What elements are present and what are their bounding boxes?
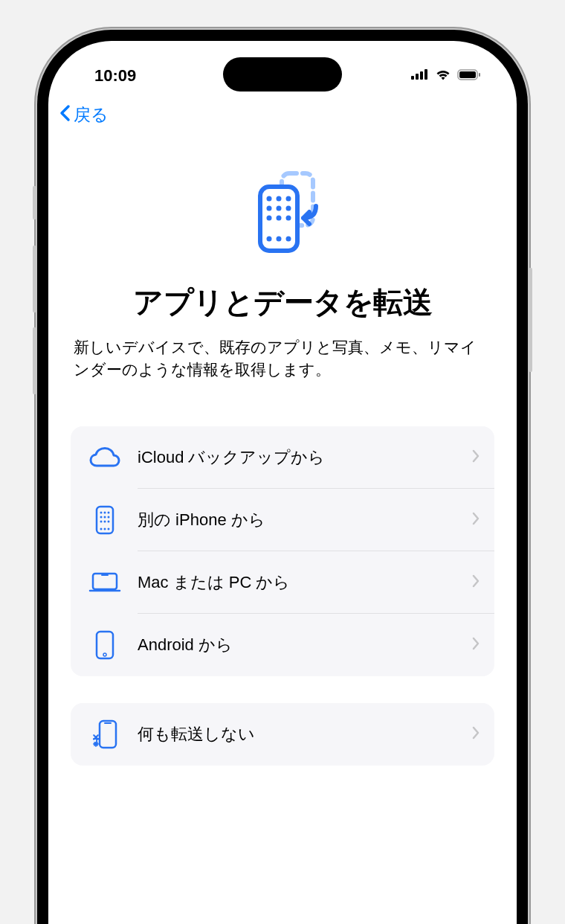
options-group-secondary: 何も転送しない xyxy=(71,703,494,766)
svg-rect-6 xyxy=(479,73,480,77)
option-icloud-backup[interactable]: iCloud バックアップから xyxy=(71,426,494,489)
option-dont-transfer[interactable]: 何も転送しない xyxy=(71,703,494,766)
side-button xyxy=(33,327,36,394)
svg-rect-0 xyxy=(411,76,414,80)
back-button[interactable]: 戻る xyxy=(59,102,109,127)
chevron-right-icon xyxy=(472,510,480,530)
svg-point-22 xyxy=(100,511,103,513)
phone-sparkle-icon xyxy=(87,719,123,749)
svg-point-28 xyxy=(100,520,103,522)
svg-rect-3 xyxy=(424,69,427,80)
svg-rect-35 xyxy=(97,632,113,658)
svg-point-31 xyxy=(100,527,103,530)
svg-point-29 xyxy=(104,520,106,522)
svg-point-18 xyxy=(267,237,272,242)
option-another-iphone[interactable]: 別の iPhone から xyxy=(71,489,494,551)
phone-grid-icon xyxy=(87,505,123,535)
svg-point-33 xyxy=(108,527,110,530)
side-button xyxy=(529,268,532,372)
svg-rect-5 xyxy=(459,71,476,78)
option-label: 別の iPhone から xyxy=(138,509,472,531)
chevron-left-icon xyxy=(59,102,71,127)
svg-point-36 xyxy=(103,653,106,656)
cellular-icon xyxy=(411,69,429,83)
svg-point-10 xyxy=(277,196,282,202)
nav-bar: 戻る xyxy=(48,90,517,133)
svg-rect-2 xyxy=(420,71,423,80)
svg-point-12 xyxy=(267,206,272,211)
page-title: アプリとデータを転送 xyxy=(71,282,494,323)
svg-point-27 xyxy=(108,516,110,518)
chevron-right-icon xyxy=(472,573,480,592)
page-subtitle: 新しいデバイスで、既存のアプリと写真、メモ、リマインダーのような情報を取得します… xyxy=(71,336,494,382)
svg-point-17 xyxy=(286,216,291,221)
svg-point-14 xyxy=(286,206,291,211)
option-label: iCloud バックアップから xyxy=(138,446,472,469)
svg-point-24 xyxy=(108,511,110,513)
svg-point-9 xyxy=(267,196,272,202)
phone-outline-icon xyxy=(87,630,123,660)
phone-frame: 10:09 戻る xyxy=(37,30,528,924)
status-indicators xyxy=(411,68,481,83)
wifi-icon xyxy=(435,68,451,83)
dynamic-island xyxy=(223,57,342,92)
status-time: 10:09 xyxy=(94,66,136,86)
svg-point-16 xyxy=(277,216,282,221)
svg-point-15 xyxy=(267,216,272,221)
svg-rect-37 xyxy=(100,721,116,748)
laptop-icon xyxy=(87,568,123,597)
option-label: 何も転送しない xyxy=(138,723,472,745)
svg-point-13 xyxy=(277,206,282,211)
option-mac-pc[interactable]: Mac または PC から xyxy=(71,551,494,614)
chevron-right-icon xyxy=(472,635,480,655)
side-button xyxy=(33,186,36,219)
chevron-right-icon xyxy=(472,725,480,744)
side-button xyxy=(33,246,36,312)
svg-point-30 xyxy=(108,520,110,522)
cloud-icon xyxy=(87,443,123,472)
svg-point-25 xyxy=(100,516,103,518)
battery-icon xyxy=(457,69,481,83)
svg-point-32 xyxy=(104,527,106,530)
svg-point-23 xyxy=(104,511,106,513)
option-label: Mac または PC から xyxy=(138,571,472,594)
option-android[interactable]: Android から xyxy=(71,614,494,676)
svg-point-19 xyxy=(277,237,282,242)
phone-screen: 10:09 戻る xyxy=(48,41,517,924)
option-label: Android から xyxy=(138,634,472,656)
svg-rect-34 xyxy=(93,574,117,589)
svg-rect-1 xyxy=(416,74,419,80)
back-label: 戻る xyxy=(74,103,109,126)
content: アプリとデータを転送 新しいデバイスで、既存のアプリと写真、メモ、リマインダーの… xyxy=(48,133,517,766)
svg-point-26 xyxy=(104,516,106,518)
transfer-icon xyxy=(238,170,327,260)
options-group-primary: iCloud バックアップから 別の iPhone から xyxy=(71,426,494,676)
svg-point-11 xyxy=(286,196,291,202)
svg-point-20 xyxy=(286,237,291,242)
chevron-right-icon xyxy=(472,448,480,467)
